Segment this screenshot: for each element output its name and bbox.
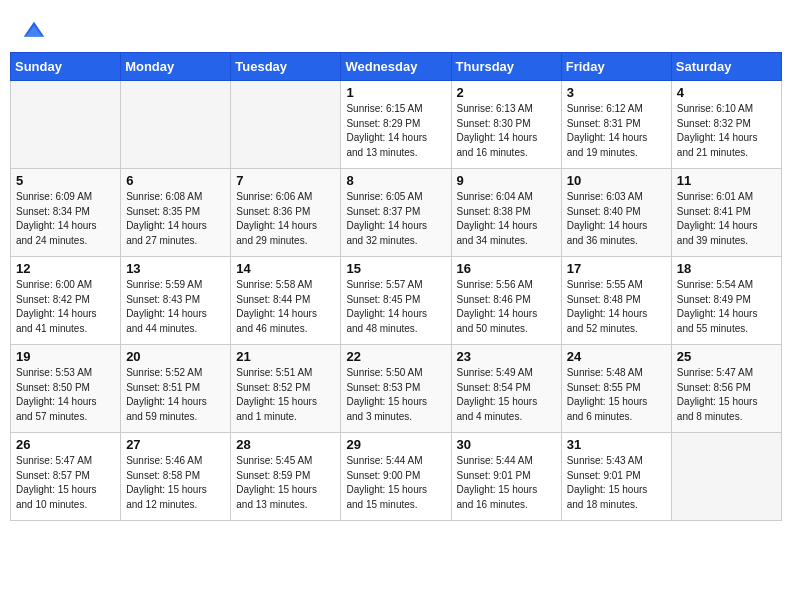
- calendar-cell: [231, 81, 341, 169]
- day-info: Sunrise: 6:08 AM Sunset: 8:35 PM Dayligh…: [126, 190, 225, 248]
- day-number: 2: [457, 85, 556, 100]
- day-number: 18: [677, 261, 776, 276]
- day-info: Sunrise: 6:01 AM Sunset: 8:41 PM Dayligh…: [677, 190, 776, 248]
- day-info: Sunrise: 5:45 AM Sunset: 8:59 PM Dayligh…: [236, 454, 335, 512]
- calendar-cell: 28Sunrise: 5:45 AM Sunset: 8:59 PM Dayli…: [231, 433, 341, 521]
- day-info: Sunrise: 5:58 AM Sunset: 8:44 PM Dayligh…: [236, 278, 335, 336]
- day-number: 3: [567, 85, 666, 100]
- day-info: Sunrise: 6:00 AM Sunset: 8:42 PM Dayligh…: [16, 278, 115, 336]
- day-info: Sunrise: 5:46 AM Sunset: 8:58 PM Dayligh…: [126, 454, 225, 512]
- day-info: Sunrise: 5:49 AM Sunset: 8:54 PM Dayligh…: [457, 366, 556, 424]
- day-info: Sunrise: 5:44 AM Sunset: 9:00 PM Dayligh…: [346, 454, 445, 512]
- day-info: Sunrise: 6:03 AM Sunset: 8:40 PM Dayligh…: [567, 190, 666, 248]
- calendar-table: SundayMondayTuesdayWednesdayThursdayFrid…: [10, 52, 782, 521]
- calendar-header-row: SundayMondayTuesdayWednesdayThursdayFrid…: [11, 53, 782, 81]
- day-number: 30: [457, 437, 556, 452]
- week-row-5: 26Sunrise: 5:47 AM Sunset: 8:57 PM Dayli…: [11, 433, 782, 521]
- day-number: 19: [16, 349, 115, 364]
- day-number: 6: [126, 173, 225, 188]
- day-number: 1: [346, 85, 445, 100]
- calendar-cell: 9Sunrise: 6:04 AM Sunset: 8:38 PM Daylig…: [451, 169, 561, 257]
- day-number: 21: [236, 349, 335, 364]
- day-info: Sunrise: 5:48 AM Sunset: 8:55 PM Dayligh…: [567, 366, 666, 424]
- day-info: Sunrise: 5:54 AM Sunset: 8:49 PM Dayligh…: [677, 278, 776, 336]
- day-info: Sunrise: 5:56 AM Sunset: 8:46 PM Dayligh…: [457, 278, 556, 336]
- calendar-cell: 15Sunrise: 5:57 AM Sunset: 8:45 PM Dayli…: [341, 257, 451, 345]
- week-row-3: 12Sunrise: 6:00 AM Sunset: 8:42 PM Dayli…: [11, 257, 782, 345]
- logo-icon: [20, 18, 48, 46]
- calendar-cell: 31Sunrise: 5:43 AM Sunset: 9:01 PM Dayli…: [561, 433, 671, 521]
- day-info: Sunrise: 6:15 AM Sunset: 8:29 PM Dayligh…: [346, 102, 445, 160]
- calendar-cell: [11, 81, 121, 169]
- col-header-tuesday: Tuesday: [231, 53, 341, 81]
- day-info: Sunrise: 6:04 AM Sunset: 8:38 PM Dayligh…: [457, 190, 556, 248]
- week-row-2: 5Sunrise: 6:09 AM Sunset: 8:34 PM Daylig…: [11, 169, 782, 257]
- page-header: [10, 10, 782, 52]
- day-info: Sunrise: 6:06 AM Sunset: 8:36 PM Dayligh…: [236, 190, 335, 248]
- calendar-cell: 4Sunrise: 6:10 AM Sunset: 8:32 PM Daylig…: [671, 81, 781, 169]
- week-row-1: 1Sunrise: 6:15 AM Sunset: 8:29 PM Daylig…: [11, 81, 782, 169]
- day-info: Sunrise: 5:51 AM Sunset: 8:52 PM Dayligh…: [236, 366, 335, 424]
- calendar-cell: 22Sunrise: 5:50 AM Sunset: 8:53 PM Dayli…: [341, 345, 451, 433]
- logo: [20, 18, 52, 46]
- day-info: Sunrise: 6:10 AM Sunset: 8:32 PM Dayligh…: [677, 102, 776, 160]
- day-info: Sunrise: 6:13 AM Sunset: 8:30 PM Dayligh…: [457, 102, 556, 160]
- calendar-cell: 25Sunrise: 5:47 AM Sunset: 8:56 PM Dayli…: [671, 345, 781, 433]
- col-header-wednesday: Wednesday: [341, 53, 451, 81]
- calendar-cell: 18Sunrise: 5:54 AM Sunset: 8:49 PM Dayli…: [671, 257, 781, 345]
- col-header-monday: Monday: [121, 53, 231, 81]
- calendar-cell: 14Sunrise: 5:58 AM Sunset: 8:44 PM Dayli…: [231, 257, 341, 345]
- calendar-cell: 5Sunrise: 6:09 AM Sunset: 8:34 PM Daylig…: [11, 169, 121, 257]
- day-info: Sunrise: 5:47 AM Sunset: 8:57 PM Dayligh…: [16, 454, 115, 512]
- calendar-cell: 20Sunrise: 5:52 AM Sunset: 8:51 PM Dayli…: [121, 345, 231, 433]
- day-number: 12: [16, 261, 115, 276]
- day-info: Sunrise: 5:52 AM Sunset: 8:51 PM Dayligh…: [126, 366, 225, 424]
- day-info: Sunrise: 5:44 AM Sunset: 9:01 PM Dayligh…: [457, 454, 556, 512]
- day-number: 7: [236, 173, 335, 188]
- day-number: 31: [567, 437, 666, 452]
- day-number: 15: [346, 261, 445, 276]
- day-number: 25: [677, 349, 776, 364]
- calendar-cell: 7Sunrise: 6:06 AM Sunset: 8:36 PM Daylig…: [231, 169, 341, 257]
- col-header-saturday: Saturday: [671, 53, 781, 81]
- day-number: 24: [567, 349, 666, 364]
- day-number: 22: [346, 349, 445, 364]
- day-number: 16: [457, 261, 556, 276]
- calendar-cell: 16Sunrise: 5:56 AM Sunset: 8:46 PM Dayli…: [451, 257, 561, 345]
- day-number: 17: [567, 261, 666, 276]
- day-number: 11: [677, 173, 776, 188]
- week-row-4: 19Sunrise: 5:53 AM Sunset: 8:50 PM Dayli…: [11, 345, 782, 433]
- day-number: 28: [236, 437, 335, 452]
- day-number: 10: [567, 173, 666, 188]
- day-number: 27: [126, 437, 225, 452]
- day-number: 26: [16, 437, 115, 452]
- day-info: Sunrise: 6:12 AM Sunset: 8:31 PM Dayligh…: [567, 102, 666, 160]
- calendar-cell: 1Sunrise: 6:15 AM Sunset: 8:29 PM Daylig…: [341, 81, 451, 169]
- calendar-cell: 11Sunrise: 6:01 AM Sunset: 8:41 PM Dayli…: [671, 169, 781, 257]
- day-info: Sunrise: 5:43 AM Sunset: 9:01 PM Dayligh…: [567, 454, 666, 512]
- calendar-cell: 13Sunrise: 5:59 AM Sunset: 8:43 PM Dayli…: [121, 257, 231, 345]
- day-info: Sunrise: 6:09 AM Sunset: 8:34 PM Dayligh…: [16, 190, 115, 248]
- day-number: 20: [126, 349, 225, 364]
- day-number: 13: [126, 261, 225, 276]
- day-number: 4: [677, 85, 776, 100]
- day-info: Sunrise: 5:50 AM Sunset: 8:53 PM Dayligh…: [346, 366, 445, 424]
- calendar-cell: 26Sunrise: 5:47 AM Sunset: 8:57 PM Dayli…: [11, 433, 121, 521]
- calendar-cell: 24Sunrise: 5:48 AM Sunset: 8:55 PM Dayli…: [561, 345, 671, 433]
- calendar-cell: 29Sunrise: 5:44 AM Sunset: 9:00 PM Dayli…: [341, 433, 451, 521]
- day-number: 14: [236, 261, 335, 276]
- calendar-cell: 30Sunrise: 5:44 AM Sunset: 9:01 PM Dayli…: [451, 433, 561, 521]
- col-header-sunday: Sunday: [11, 53, 121, 81]
- day-info: Sunrise: 5:53 AM Sunset: 8:50 PM Dayligh…: [16, 366, 115, 424]
- day-info: Sunrise: 6:05 AM Sunset: 8:37 PM Dayligh…: [346, 190, 445, 248]
- day-info: Sunrise: 5:47 AM Sunset: 8:56 PM Dayligh…: [677, 366, 776, 424]
- col-header-thursday: Thursday: [451, 53, 561, 81]
- calendar-cell: 17Sunrise: 5:55 AM Sunset: 8:48 PM Dayli…: [561, 257, 671, 345]
- calendar-cell: 27Sunrise: 5:46 AM Sunset: 8:58 PM Dayli…: [121, 433, 231, 521]
- day-info: Sunrise: 5:59 AM Sunset: 8:43 PM Dayligh…: [126, 278, 225, 336]
- day-info: Sunrise: 5:57 AM Sunset: 8:45 PM Dayligh…: [346, 278, 445, 336]
- day-number: 8: [346, 173, 445, 188]
- day-number: 5: [16, 173, 115, 188]
- calendar-cell: 10Sunrise: 6:03 AM Sunset: 8:40 PM Dayli…: [561, 169, 671, 257]
- calendar-cell: 12Sunrise: 6:00 AM Sunset: 8:42 PM Dayli…: [11, 257, 121, 345]
